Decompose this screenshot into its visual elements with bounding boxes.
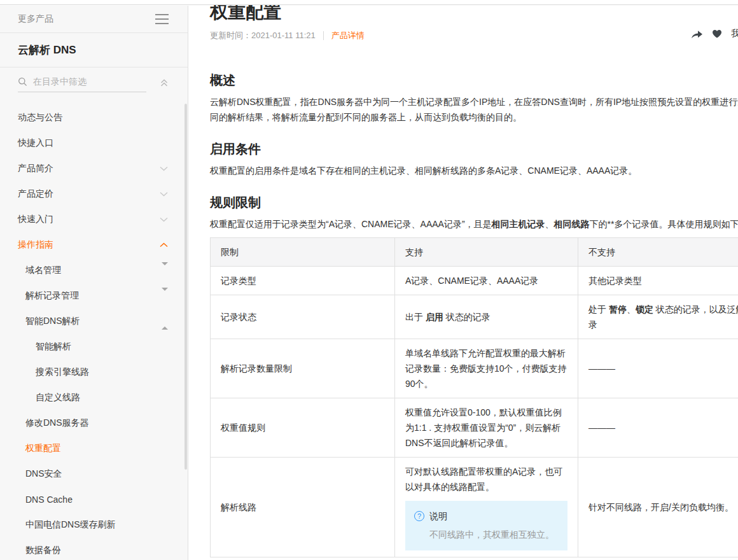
cell-support-text: A记录、CNAME记录、AAAA记录 — [405, 273, 567, 288]
rules-paragraph: 权重配置仅适用于记录类型为“A记录、CNAME记录、AAAA记录”，且是相同主机… — [210, 216, 738, 232]
limits-table: 限制 支持 不支持 记录类型A记录、CNAME记录、AAAA记录其他记录类型记录… — [210, 237, 738, 557]
table-row: 记录状态出于 启用 状态的记录处于 暂停、锁定 状态的记录，以及泛解析记录 — [211, 295, 738, 339]
cell-not-support: ——— — [578, 339, 738, 398]
sidebar-item-label: 权重配置 — [25, 443, 61, 454]
search-input[interactable] — [33, 76, 135, 87]
sidebar-item-label: DNS Cache — [25, 494, 73, 505]
sidebar-item[interactable]: 动态与公告 — [0, 105, 188, 130]
overview-paragraph: 云解析DNS权重配置，指在DNS服务器中为同一个主机记录配置多个IP地址，在应答… — [210, 94, 738, 125]
more-products-row: 更多产品 — [0, 6, 188, 33]
note-box: ?说明不同线路中，其权重相互独立。 — [405, 501, 567, 550]
table-row: 解析记录数量限制单域名单线路下允许配置权重的最大解析记录数量：免费版支持10个，… — [211, 339, 738, 398]
sidebar-item-label: 数据备份 — [25, 545, 61, 556]
sidebar-item-label: 快捷入口 — [18, 137, 53, 149]
sidebar-item[interactable]: DNS Cache — [0, 487, 188, 512]
cell-support-text: 出于 启用 状态的记录 — [405, 309, 567, 325]
main-content: 权重配置 更新时间：2021-01-11 11:21 产品详情 我 概述 云解析… — [188, 0, 738, 557]
question-icon: ? — [414, 511, 424, 521]
cell-limit: 记录类型 — [211, 267, 395, 295]
sidebar-item-label: 操作指南 — [18, 239, 53, 251]
sidebar-item[interactable]: DNS安全 — [0, 461, 188, 487]
table-header-not-support: 不支持 — [578, 238, 738, 267]
cell-support: 出于 启用 状态的记录 — [395, 295, 578, 339]
collapse-all-icon[interactable] — [160, 78, 169, 90]
share-icon[interactable] — [691, 29, 703, 39]
cell-not-support: 针对不同线路，开启/关闭负载均衡。 — [578, 458, 738, 557]
sidebar-item-label: 中国电信DNS缓存刷新 — [25, 519, 116, 531]
sidebar-item-label: 修改DNS服务器 — [25, 417, 89, 429]
sidebar-item[interactable]: 修改DNS服务器 — [0, 410, 188, 436]
sidebar-item-label: 产品简介 — [18, 163, 53, 174]
sidebar-item-label: 智能解析 — [36, 341, 71, 353]
search-icon — [18, 77, 27, 87]
sidebar-item[interactable]: 智能解析 — [0, 334, 188, 360]
cell-support-text: 单域名单线路下允许配置权重的最大解析记录数量：免费版支持10个，付费版支持90个… — [405, 346, 567, 391]
cell-support-text: 权重值允许设置0-100，默认权重值比例为1:1 . 支持权重值设置为“0”，则… — [405, 405, 567, 451]
cell-support: 单域名单线路下允许配置权重的最大解析记录数量：免费版支持10个，付费版支持90个… — [395, 339, 578, 398]
section-heading-rules: 规则限制 — [210, 193, 738, 211]
cell-support: 可对默认线路配置带权重的A记录，也可以对具体的线路配置。?说明不同线路中，其权重… — [395, 458, 578, 557]
sidebar-search — [0, 67, 188, 104]
hamburger-menu-icon[interactable] — [155, 14, 169, 24]
sidebar-item[interactable]: 操作指南 — [0, 232, 188, 258]
favorite-label[interactable]: 我 — [731, 28, 738, 39]
note-text: 不同线路中，其权重相互独立。 — [429, 526, 559, 543]
product-detail-link[interactable]: 产品详情 — [331, 30, 365, 41]
sidebar-item[interactable]: 权重配置 — [0, 436, 188, 461]
sidebar-item[interactable]: 快速入门 — [0, 207, 188, 232]
sidebar-scrollbar[interactable] — [184, 104, 187, 470]
sidebar-item-label: 动态与公告 — [18, 112, 62, 123]
product-title-row: 云解析 DNS — [0, 33, 188, 67]
meta-divider — [323, 31, 324, 40]
cell-limit: 权重值规则 — [211, 398, 395, 458]
chevron-down-icon[interactable] — [160, 192, 168, 197]
sidebar-item[interactable]: 智能DNS解析 — [0, 309, 188, 334]
sidebar-item[interactable]: 域名管理 — [0, 258, 188, 283]
updated-time: 更新时间：2021-01-11 11:21 — [210, 30, 316, 41]
section-heading-overview: 概述 — [210, 71, 738, 89]
sidebar-item-label: DNS安全 — [25, 468, 62, 480]
sidebar-item[interactable]: 产品定价 — [0, 181, 188, 207]
sidebar-nav: 动态与公告快捷入口产品简介产品定价快速入门操作指南域名管理解析记录管理智能DNS… — [0, 104, 188, 560]
cell-support-text: 可对默认线路配置带权重的A记录，也可以对具体的线路配置。 — [405, 464, 567, 494]
chevron-down-icon[interactable] — [160, 166, 168, 171]
sidebar-item[interactable]: 产品简介 — [0, 156, 188, 181]
sidebar-item[interactable]: 数据备份 — [0, 538, 188, 560]
cell-not-support: ——— — [578, 398, 738, 458]
table-header-row: 限制 支持 不支持 — [211, 238, 738, 267]
more-products-label[interactable]: 更多产品 — [18, 13, 53, 25]
chevron-down-icon[interactable] — [160, 217, 168, 222]
table-header-support: 支持 — [395, 238, 578, 267]
section-heading-enable: 启用条件 — [210, 140, 738, 158]
cell-not-support: 其他记录类型 — [578, 267, 738, 295]
sidebar: 更多产品 云解析 DNS 动态与公告快捷入口产品简介产品定价快速入门操作指南域名… — [0, 6, 188, 560]
cell-limit: 解析线路 — [211, 458, 395, 557]
favorite-heart-icon[interactable] — [712, 29, 722, 38]
table-row: 解析线路可对默认线路配置带权重的A记录，也可以对具体的线路配置。?说明不同线路中… — [211, 458, 738, 557]
product-title: 云解析 DNS — [18, 43, 76, 57]
sidebar-item-label: 自定义线路 — [36, 392, 80, 403]
cell-limit: 解析记录数量限制 — [211, 339, 395, 398]
table-header-limit: 限制 — [211, 238, 395, 267]
sidebar-item-label: 智能DNS解析 — [25, 316, 80, 327]
enable-paragraph: 权重配置的启用条件是域名下存在相同的主机记录、相同解析线路的多条A记录、CNAM… — [210, 163, 738, 178]
cell-limit: 记录状态 — [211, 295, 395, 339]
note-title: 说明 — [429, 508, 447, 524]
cell-not-support: 处于 暂停、锁定 状态的记录，以及泛解析记录 — [578, 295, 738, 339]
sidebar-item-label: 快速入门 — [18, 214, 53, 225]
sidebar-item-label: 解析记录管理 — [25, 290, 79, 302]
top-divider — [0, 0, 738, 5]
doc-toolbar: 我 — [691, 28, 738, 39]
cell-support: 权重值允许设置0-100，默认权重值比例为1:1 . 支持权重值设置为“0”，则… — [395, 398, 578, 458]
cell-support: A记录、CNAME记录、AAAA记录 — [395, 267, 578, 295]
sidebar-item[interactable]: 快捷入口 — [0, 130, 188, 156]
sidebar-item-label: 产品定价 — [18, 188, 53, 200]
sidebar-item[interactable]: 中国电信DNS缓存刷新 — [0, 512, 188, 538]
table-row: 权重值规则权重值允许设置0-100，默认权重值比例为1:1 . 支持权重值设置为… — [211, 398, 738, 458]
chevron-up-icon[interactable] — [160, 242, 168, 248]
sidebar-item[interactable]: 解析记录管理 — [0, 283, 188, 309]
sidebar-item-label: 搜索引擎线路 — [36, 367, 89, 378]
meta-row: 更新时间：2021-01-11 11:21 产品详情 — [210, 29, 738, 42]
sidebar-item[interactable]: 搜索引擎线路 — [0, 360, 188, 385]
sidebar-item[interactable]: 自定义线路 — [0, 385, 188, 410]
